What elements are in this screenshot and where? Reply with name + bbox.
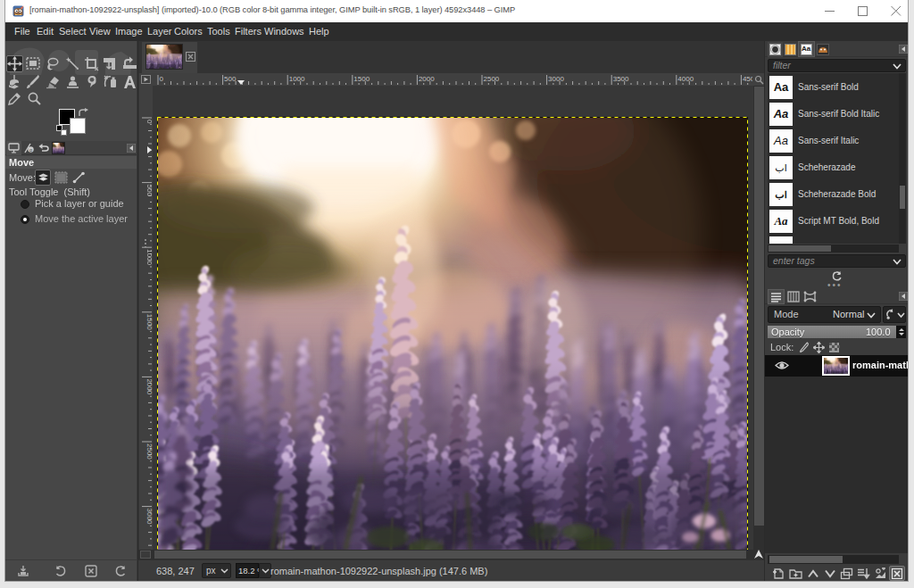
svg-text:1000: 1000 bbox=[145, 249, 153, 265]
svg-text:o: o bbox=[29, 147, 32, 153]
svg-text:2500: 2500 bbox=[145, 443, 153, 460]
svg-text:0: 0 bbox=[160, 75, 164, 83]
svg-text:1500: 1500 bbox=[353, 75, 370, 83]
svg-text:3500: 3500 bbox=[613, 75, 629, 83]
svg-text:500: 500 bbox=[224, 75, 237, 83]
svg-text:3000: 3000 bbox=[145, 509, 153, 525]
svg-text:4000: 4000 bbox=[677, 75, 694, 83]
svg-text:2500: 2500 bbox=[484, 75, 500, 83]
svg-text:1500: 1500 bbox=[145, 314, 153, 330]
svg-text:3000: 3000 bbox=[548, 75, 564, 83]
svg-text:2000: 2000 bbox=[419, 75, 435, 83]
svg-text:1000: 1000 bbox=[289, 75, 305, 83]
svg-text:500: 500 bbox=[145, 185, 153, 197]
svg-text:2000: 2000 bbox=[145, 378, 153, 394]
svg-text:0: 0 bbox=[145, 120, 153, 124]
